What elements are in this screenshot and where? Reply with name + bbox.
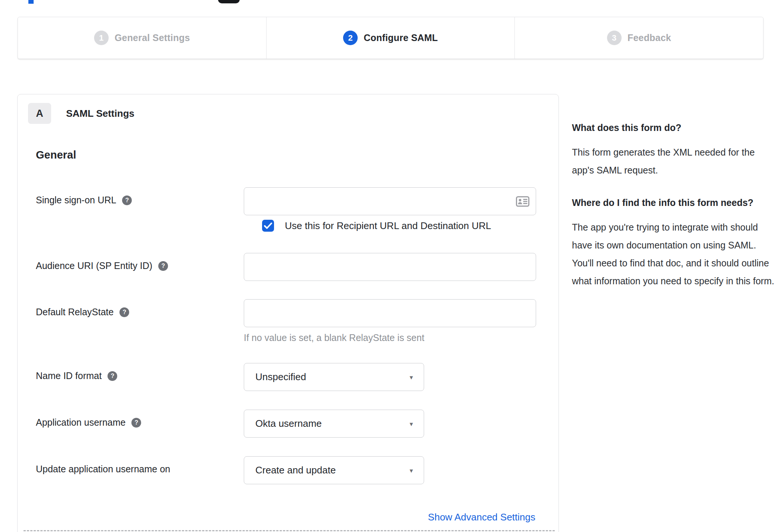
audience-uri-label: Audience URI (SP Entity ID) (36, 260, 152, 271)
general-group-heading: General (36, 149, 558, 161)
audience-uri-input[interactable] (244, 253, 536, 281)
relay-state-help-icon[interactable]: ? (119, 307, 129, 317)
clipped-dark-element (218, 0, 240, 3)
step-3-number-badge: 3 (607, 31, 622, 45)
step-feedback[interactable]: 3 Feedback (514, 17, 763, 59)
audience-uri-row: Audience URI (SP Entity ID) ? (18, 253, 558, 281)
name-id-format-value: Unspecified (255, 371, 306, 383)
help-sidebar: What does this form do? This form genera… (572, 120, 775, 290)
chevron-down-icon: ▼ (408, 467, 414, 473)
application-username-select[interactable]: Okta username ▼ (244, 410, 424, 438)
step-1-label: General Settings (115, 32, 190, 43)
sso-url-label: Single sign-on URL (36, 195, 116, 206)
panel-header: A SAML Settings (28, 103, 558, 124)
chevron-down-icon: ▼ (408, 420, 414, 427)
relay-state-input[interactable] (244, 299, 536, 327)
help-section-what: What does this form do? This form genera… (572, 120, 775, 179)
relay-state-helper-text: If no value is set, a blank RelayState i… (244, 332, 558, 343)
audience-uri-label-wrap: Audience URI (SP Entity ID) ? (36, 253, 244, 271)
sso-url-label-wrap: Single sign-on URL ? (36, 187, 244, 206)
recipient-url-checkbox[interactable] (262, 220, 274, 232)
sso-url-help-icon[interactable]: ? (122, 195, 132, 205)
relay-state-label-wrap: Default RelayState ? (36, 299, 244, 317)
update-username-value: Create and update (255, 464, 336, 476)
help-section-where: Where do I find the info this form needs… (572, 195, 775, 290)
update-username-row: Update application username on Create an… (18, 456, 558, 484)
help-heading-what: What does this form do? (572, 120, 775, 135)
step-general-settings[interactable]: 1 General Settings (18, 17, 266, 59)
sso-url-row: Single sign-on URL ? (18, 187, 558, 215)
advanced-settings-row: Show Advanced Settings (18, 511, 558, 523)
dashed-separator (24, 530, 555, 531)
update-username-select[interactable]: Create and update ▼ (244, 456, 424, 484)
page-canvas: 1 General Settings 2 Configure SAML 3 Fe… (0, 0, 781, 532)
help-body-what: This form generates the XML needed for t… (572, 143, 775, 179)
recipient-url-checkbox-row: Use this for Recipient URL and Destinati… (262, 220, 558, 232)
relay-state-row: Default RelayState ? If no value is set,… (18, 299, 558, 343)
relay-state-label: Default RelayState (36, 307, 113, 317)
update-username-label-wrap: Update application username on (36, 456, 244, 475)
section-a-badge: A (28, 103, 51, 124)
panel-title: SAML Settings (66, 108, 134, 119)
step-configure-saml[interactable]: 2 Configure SAML (266, 17, 515, 59)
sso-url-input-wrap (244, 187, 536, 215)
wizard-stepper: 1 General Settings 2 Configure SAML 3 Fe… (18, 17, 763, 59)
application-username-label: Application username (36, 417, 125, 428)
audience-uri-help-icon[interactable]: ? (158, 261, 168, 271)
name-id-format-label-wrap: Name ID format ? (36, 363, 244, 381)
name-id-format-row: Name ID format ? Unspecified ▼ (18, 363, 558, 391)
step-2-label: Configure SAML (364, 32, 438, 43)
application-username-value: Okta username (255, 418, 322, 429)
help-heading-where: Where do I find the info this form needs… (572, 195, 775, 210)
audience-uri-input-wrap (244, 253, 536, 281)
application-username-label-wrap: Application username ? (36, 410, 244, 428)
name-id-format-help-icon[interactable]: ? (108, 371, 117, 381)
application-username-help-icon[interactable]: ? (131, 418, 141, 428)
step-2-number-badge: 2 (343, 31, 358, 45)
chevron-down-icon: ▼ (408, 374, 414, 380)
help-body-where: The app you're trying to integrate with … (572, 218, 775, 290)
saml-settings-panel: A SAML Settings General Single sign-on U… (17, 94, 559, 532)
contact-card-icon[interactable] (516, 196, 529, 207)
step-3-label: Feedback (628, 32, 671, 43)
name-id-format-select[interactable]: Unspecified ▼ (244, 363, 424, 391)
relay-state-input-wrap (244, 299, 536, 327)
recipient-url-checkbox-label: Use this for Recipient URL and Destinati… (285, 220, 491, 232)
step-1-number-badge: 1 (94, 31, 109, 45)
clipped-blue-element (28, 0, 34, 4)
show-advanced-settings-link[interactable]: Show Advanced Settings (428, 511, 535, 523)
application-username-row: Application username ? Okta username ▼ (18, 410, 558, 438)
name-id-format-label: Name ID format (36, 370, 102, 381)
update-username-label: Update application username on (36, 464, 170, 475)
sso-url-input[interactable] (244, 187, 536, 215)
